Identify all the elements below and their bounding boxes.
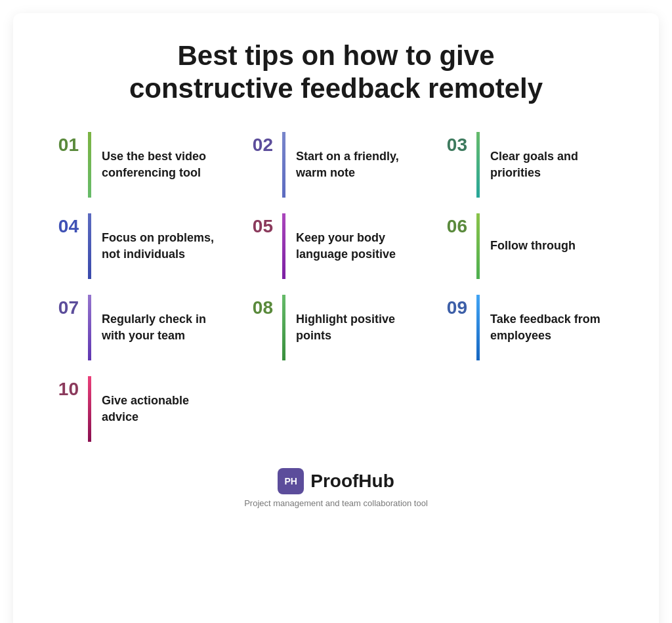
tips-last-row: 10 Give actionable advice bbox=[52, 376, 620, 442]
tip-item-02: 02 Start on a friendly, warm note bbox=[247, 132, 425, 198]
tip-box-04: Focus on problems, not individuals bbox=[88, 213, 231, 279]
tip-box-08: Highlight positive points bbox=[282, 295, 425, 360]
tip-item-01: 01 Use the best video conferencing tool bbox=[52, 132, 231, 198]
tip-item-05: 05 Keep your body language positive bbox=[247, 213, 425, 279]
brand-name: ProofHub bbox=[310, 471, 394, 492]
tip-text-06: Follow through bbox=[490, 238, 576, 254]
tips-grid: 01 Use the best video conferencing tool … bbox=[52, 132, 620, 360]
tip-item-03: 03 Clear goals and priorities bbox=[441, 132, 620, 198]
tip-text-04: Focus on problems, not individuals bbox=[102, 230, 220, 263]
tip-text-07: Regularly check in with your team bbox=[102, 311, 220, 344]
tip-item-06: 06 Follow through bbox=[441, 213, 620, 279]
tip-number-07: 07 bbox=[52, 295, 79, 318]
tip-box-05: Keep your body language positive bbox=[282, 213, 425, 279]
tip-box-06: Follow through bbox=[476, 213, 620, 279]
tagline: Project management and team collaboratio… bbox=[244, 498, 428, 508]
tip-item-10: 10 Give actionable advice bbox=[52, 376, 231, 442]
tip-item-07: 07 Regularly check in with your team bbox=[52, 295, 231, 360]
tip-number-03: 03 bbox=[441, 132, 467, 156]
main-card: Best tips on how to give constructive fe… bbox=[13, 13, 659, 623]
tip-text-10: Give actionable advice bbox=[102, 393, 220, 425]
tip-text-01: Use the best video conferencing tool bbox=[102, 148, 220, 181]
tip-text-03: Clear goals and priorities bbox=[490, 148, 609, 181]
tip-number-10: 10 bbox=[52, 376, 79, 400]
brand: PH ProofHub bbox=[278, 468, 394, 494]
tip-item-08: 08 Highlight positive points bbox=[247, 295, 425, 360]
tip-number-01: 01 bbox=[52, 132, 79, 156]
tip-item-04: 04 Focus on problems, not individuals bbox=[52, 213, 231, 279]
tip-item-09: 09 Take feedback from employees bbox=[441, 295, 620, 360]
tip-box-03: Clear goals and priorities bbox=[476, 132, 620, 198]
tip-box-10: Give actionable advice bbox=[88, 376, 231, 442]
footer: PH ProofHub Project management and team … bbox=[244, 468, 428, 508]
tip-number-08: 08 bbox=[247, 295, 273, 318]
tip-box-02: Start on a friendly, warm note bbox=[282, 132, 425, 198]
tip-number-04: 04 bbox=[52, 213, 79, 237]
tip-text-05: Keep your body language positive bbox=[296, 230, 415, 263]
tip-text-08: Highlight positive points bbox=[296, 311, 415, 344]
tip-box-01: Use the best video conferencing tool bbox=[88, 132, 231, 198]
page-title: Best tips on how to give constructive fe… bbox=[129, 39, 543, 106]
tip-number-09: 09 bbox=[441, 295, 467, 318]
tip-text-02: Start on a friendly, warm note bbox=[296, 148, 415, 181]
logo: PH bbox=[278, 468, 304, 494]
tip-text-09: Take feedback from employees bbox=[490, 311, 609, 344]
tip-number-05: 05 bbox=[247, 213, 273, 237]
tip-box-07: Regularly check in with your team bbox=[88, 295, 231, 360]
tip-box-09: Take feedback from employees bbox=[476, 295, 620, 360]
tip-number-06: 06 bbox=[441, 213, 467, 237]
tip-number-02: 02 bbox=[247, 132, 273, 156]
